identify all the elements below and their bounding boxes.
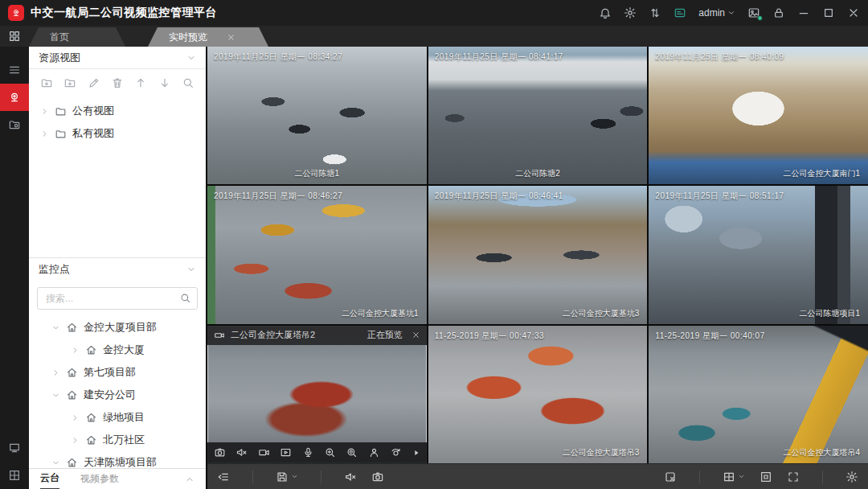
home-icon [85, 412, 97, 424]
chevron-down-icon[interactable] [186, 265, 196, 274]
original-size-icon[interactable] [760, 471, 772, 483]
tree-item-tianjin-chentang[interactable]: 天津陈塘项目部 [29, 451, 206, 468]
close-all-icon[interactable] [664, 471, 677, 483]
collapse-panel-icon[interactable] [217, 471, 230, 483]
video-cell-5[interactable]: 2019年11月25日 星期一 08:46:41 二公司金控大厦基坑3 [428, 186, 648, 323]
video-cell-6[interactable]: 2019年11月25日 星期一 08:51:17 二公司陈塘项目1 [649, 186, 868, 323]
folder-plus-icon[interactable] [63, 76, 76, 89]
tree-item-beiwan-community[interactable]: 北万社区 [29, 429, 206, 451]
tree-item-greenland-project[interactable]: 绿地项目 [29, 406, 206, 429]
camera-label: 二公司金控大厦南门1 [783, 168, 860, 179]
rail-menu-icon[interactable] [0, 56, 29, 84]
trash-icon[interactable] [111, 76, 124, 89]
snapshot-icon[interactable] [371, 471, 384, 483]
tree-item-seventh-project[interactable]: 第七项目部 [29, 361, 206, 384]
separator [321, 471, 321, 483]
search-input[interactable] [37, 287, 198, 310]
tab-close-icon[interactable] [227, 33, 235, 42]
minimize-button[interactable] [797, 6, 810, 19]
apps-grid-icon[interactable] [0, 26, 29, 47]
osd-timestamp: 2019年11月25日 星期一 08:46:27 [214, 191, 342, 202]
chevron-right-icon [40, 129, 49, 138]
rail-camera-icon[interactable] [0, 84, 29, 111]
video-grid: 2019年11月25日 星期一 08:34:27 二公司陈塘1 2019年11月… [207, 47, 868, 463]
tree-item-private-views[interactable]: 私有视图 [29, 122, 206, 145]
tab-ptz[interactable]: 云台 [40, 469, 59, 489]
osd-timestamp: 11-25-2019 星期一 00:40:07 [655, 331, 764, 342]
tree-item-public-views[interactable]: 公有视图 [29, 100, 206, 122]
layout-grid-button[interactable] [723, 471, 745, 483]
close-button[interactable] [847, 6, 860, 19]
app-title: 中交一航局二公司视频监控管理平台 [31, 6, 217, 20]
rail-wall-grid-icon[interactable] [0, 462, 29, 489]
folder-add-icon[interactable] [40, 76, 53, 89]
gear-icon[interactable] [845, 471, 858, 483]
close-icon[interactable] [411, 331, 420, 339]
video-cell-8[interactable]: 11-25-2019 星期一 00:47:33 二公司金控大厦塔吊3 [428, 326, 648, 463]
tab-home[interactable]: 首页 [29, 27, 125, 47]
video-cell-7-active[interactable]: 二公司金控大厦塔吊2 正在预览 [207, 326, 427, 463]
mic-icon[interactable] [302, 446, 314, 458]
active-cell-header: 二公司金控大厦塔吊2 正在预览 [207, 326, 427, 345]
chevron-up-icon[interactable] [185, 475, 194, 484]
monitor-points-header[interactable]: 监控点 [29, 258, 206, 281]
snapshot-icon[interactable] [214, 446, 226, 458]
video-cell-4[interactable]: 2019年11月25日 星期一 08:46:27 二公司金控大厦基坑1 [207, 186, 427, 323]
playback-icon[interactable] [280, 446, 292, 458]
lock-icon[interactable] [772, 6, 785, 19]
camera-label: 二公司金控大厦基坑3 [563, 308, 640, 319]
speaker-muted-icon[interactable] [344, 471, 357, 483]
tree-item-label: 金控大厦项目部 [84, 320, 157, 335]
tree-item-jianan-branch[interactable]: 建安分公司 [29, 384, 206, 406]
fullscreen-icon[interactable] [787, 471, 800, 483]
video-cell-1[interactable]: 2019年11月25日 星期一 08:34:27 二公司陈塘1 [207, 47, 427, 184]
username: admin [698, 7, 725, 18]
active-cell-toolbar [207, 442, 427, 463]
folder-icon [55, 105, 67, 117]
user-menu[interactable]: admin [698, 7, 735, 18]
sort-arrows-icon[interactable] [649, 6, 661, 19]
maximize-button[interactable] [822, 6, 835, 19]
tree-item-jinkong-project[interactable]: 金控大厦项目部 [29, 316, 206, 339]
save-button[interactable] [276, 471, 298, 483]
ptz-preset-icon[interactable] [390, 446, 402, 458]
camera-label: 二公司陈塘2 [515, 168, 560, 179]
rail-folder-gear-icon[interactable] [0, 111, 29, 138]
home-icon [66, 457, 78, 469]
zoom-3d-icon[interactable] [346, 446, 358, 458]
chevron-down-icon [51, 391, 60, 400]
video-cell-3[interactable]: 2019年11月25日 星期一 08:40:09 二公司金控大厦南门1 [649, 47, 868, 184]
gear-icon[interactable] [624, 6, 637, 19]
tree-item-jinkong-tower[interactable]: 金控大厦 [29, 339, 206, 361]
zoom-in-icon[interactable] [324, 446, 336, 458]
video-cell-9[interactable]: 11-25-2019 星期一 00:40:07 二公司金控大厦塔吊4 [649, 326, 868, 463]
tab-live-preview-label: 实时预览 [169, 31, 207, 44]
folder-icon [55, 128, 67, 140]
resource-tree: 公有视图 私有视图 [29, 97, 206, 257]
preview-status: 正在预览 [367, 329, 403, 341]
online-status-dot [757, 15, 763, 21]
tab-video-params[interactable]: 视频参数 [80, 469, 119, 489]
record-icon[interactable] [258, 446, 270, 458]
home-icon [66, 367, 78, 379]
edit-icon[interactable] [88, 76, 100, 89]
resource-view-header[interactable]: 资源视图 [29, 47, 206, 69]
speaker-muted-icon[interactable] [235, 446, 248, 458]
more-icon[interactable] [412, 449, 420, 457]
search-icon[interactable] [179, 292, 191, 304]
arrow-down-icon[interactable] [158, 76, 171, 89]
titlebar: 中交一航局二公司视频监控管理平台 admin [0, 0, 868, 26]
resource-view-section: 资源视图 公有视图 [29, 47, 206, 257]
arrow-up-icon[interactable] [134, 76, 147, 89]
avatar[interactable] [747, 6, 760, 19]
chevron-down-icon [738, 473, 745, 480]
app-window: 中交一航局二公司视频监控管理平台 admin 首页 实时预 [0, 0, 868, 489]
chevron-down-icon[interactable] [186, 53, 196, 63]
person-pin-icon[interactable] [368, 446, 380, 458]
tab-live-preview[interactable]: 实时预览 [148, 27, 268, 47]
bell-icon[interactable] [599, 6, 612, 19]
search-icon[interactable] [182, 76, 194, 89]
matrix-card-icon[interactable] [674, 6, 686, 19]
rail-screen-icon[interactable] [0, 434, 29, 462]
video-cell-2[interactable]: 2019年11月25日 星期一 08:41:17 二公司陈塘2 [428, 47, 648, 184]
